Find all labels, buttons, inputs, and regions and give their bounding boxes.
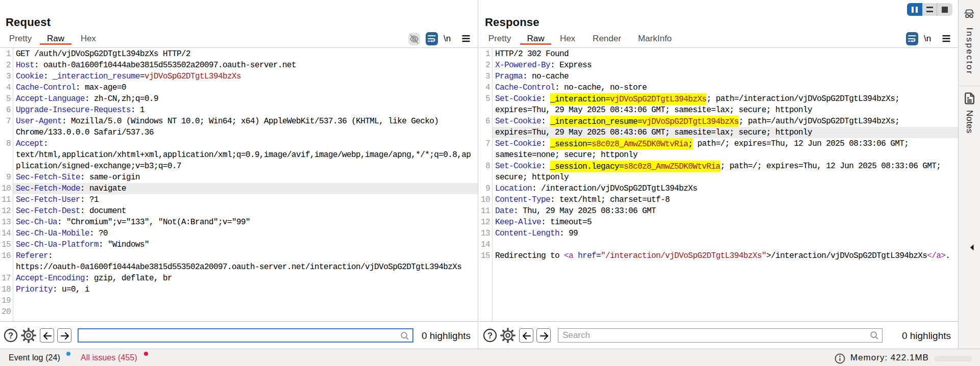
svg-text:?: ? [487, 331, 493, 340]
svg-text:?: ? [8, 331, 13, 340]
